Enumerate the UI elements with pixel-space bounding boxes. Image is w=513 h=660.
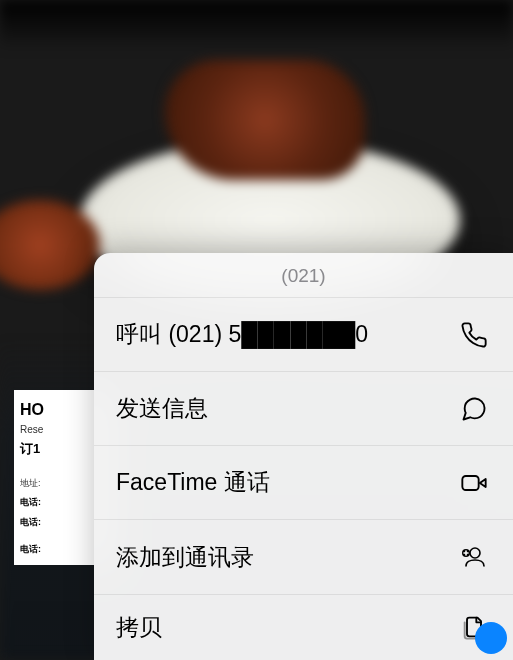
phone-label-2: 电话: bbox=[20, 516, 98, 530]
copy-label: 拷贝 bbox=[116, 612, 162, 643]
action-sheet: (021) 呼叫 (021) 5███████0 发送信息 FaceTime 通… bbox=[94, 253, 513, 660]
svg-rect-0 bbox=[462, 476, 478, 490]
add-contact-action[interactable]: 添加到通讯录 bbox=[94, 519, 513, 593]
corner-badge bbox=[475, 622, 507, 654]
add-contact-icon bbox=[459, 542, 489, 572]
video-icon bbox=[459, 468, 489, 498]
reservation-card: HO Rese 订1 地址: 电话: 电话: 电话: bbox=[14, 390, 104, 565]
phone-label-3: 电话: bbox=[20, 543, 98, 557]
call-action[interactable]: 呼叫 (021) 5███████0 bbox=[94, 297, 513, 371]
message-icon bbox=[459, 394, 489, 424]
copy-action[interactable]: 拷贝 bbox=[94, 594, 513, 660]
card-subtitle: Rese bbox=[20, 422, 98, 437]
phone-icon bbox=[459, 320, 489, 350]
message-label: 发送信息 bbox=[116, 393, 208, 424]
card-cn: 订1 bbox=[20, 439, 98, 459]
svg-point-1 bbox=[470, 548, 480, 558]
phone-label-1: 电话: bbox=[20, 496, 98, 510]
sheet-title: (021) bbox=[94, 253, 513, 297]
addr-label: 地址: bbox=[20, 477, 98, 491]
facetime-label: FaceTime 通话 bbox=[116, 467, 270, 498]
facetime-action[interactable]: FaceTime 通话 bbox=[94, 445, 513, 519]
add-contact-label: 添加到通讯录 bbox=[116, 542, 254, 573]
card-title: HO bbox=[20, 398, 98, 422]
call-label: 呼叫 (021) 5███████0 bbox=[116, 319, 368, 350]
message-action[interactable]: 发送信息 bbox=[94, 371, 513, 445]
